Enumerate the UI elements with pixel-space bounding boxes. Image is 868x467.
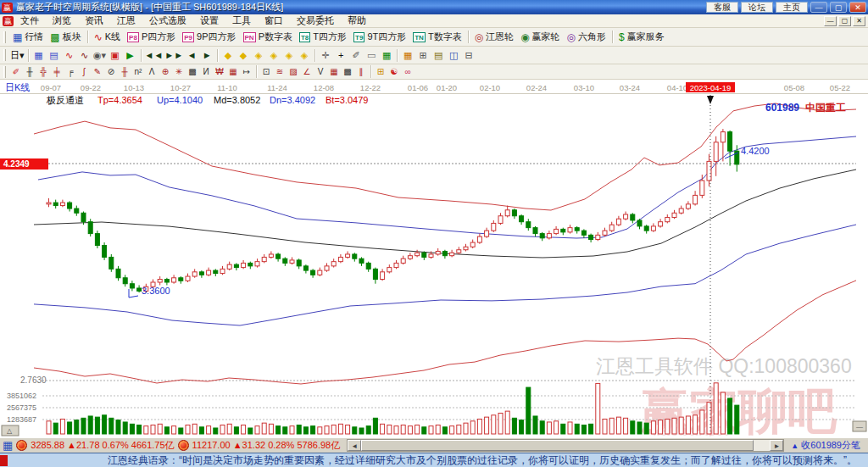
scrollbar-track[interactable] (361, 440, 770, 451)
circle-cycle-button[interactable]: ⊘ (104, 65, 118, 78)
close-button[interactable]: ✕ (849, 2, 866, 13)
shaded-box-button[interactable]: ▩ (186, 65, 199, 78)
toolbar-button-kline[interactable]: ∿K线 (91, 29, 124, 46)
wave-a-button[interactable]: Ʌ (145, 65, 159, 78)
toolbar-button-p-number-table[interactable]: PNP数字表 (240, 29, 296, 46)
scrollbar-thumb[interactable] (361, 440, 754, 451)
market-grid-icon[interactable]: ▦ (3, 440, 13, 451)
gann-circle-button[interactable]: ⊕ (159, 65, 172, 78)
calendar-tool-button[interactable]: ▦ (400, 48, 415, 63)
menu-资讯[interactable]: 资讯 (78, 14, 110, 27)
diamond-marker-3-button[interactable]: ◈ (251, 48, 266, 63)
prev-bar-button[interactable]: ◄ (184, 48, 199, 63)
menu-窗口[interactable]: 窗口 (258, 14, 290, 27)
pan-hand-button[interactable]: ✛ (318, 48, 333, 63)
toolbar-button-gann-wheel[interactable]: ◎江恩轮 (471, 29, 517, 46)
toolbar-button-t9-square[interactable]: T99T四方形 (350, 29, 409, 46)
menu-交易委托[interactable]: 交易委托 (290, 14, 341, 27)
scroll-left-button[interactable]: ◄ (348, 440, 361, 451)
customer-service-button[interactable]: 客服 (706, 2, 738, 13)
first-page-button[interactable]: ◄◄ (144, 48, 164, 63)
calculator-tool-button[interactable]: ⊞ (415, 48, 431, 63)
chart-h-scrollbar[interactable]: ◄ ► (347, 439, 784, 452)
minimize-button[interactable]: — (810, 2, 827, 13)
toolbar-button-p9-square[interactable]: P99P四方形 (179, 29, 239, 46)
box-select-button[interactable]: ⊡ (259, 65, 273, 78)
price-chart-svg[interactable]: 江恩工具软件 QQ:100800360赢家聊吧liaoba.vict09-070… (0, 80, 868, 437)
diamond-marker-4-button[interactable]: ◈ (266, 48, 281, 63)
trend-line-red-button[interactable]: ∿ (62, 48, 77, 63)
diamond-marker-6-button[interactable]: ◈ (297, 48, 312, 63)
extend-tool-button[interactable]: ↦ (240, 65, 253, 78)
chart-area[interactable]: 江恩工具软件 QQ:100800360赢家聊吧liaoba.vict09-070… (0, 80, 868, 437)
gann-grid-1-button[interactable]: ╫ (23, 65, 36, 78)
gann-box-button[interactable]: ╒ (64, 65, 77, 78)
period-day-dropdown-button[interactable]: 日▾ (9, 48, 25, 63)
mdi-restore-button[interactable]: ▢ (838, 16, 851, 26)
nine-grid-button[interactable]: ⊞ (374, 65, 387, 78)
taiji-button[interactable]: ☯ (387, 65, 401, 78)
export-tool-button[interactable]: ⊟ (461, 48, 476, 63)
hatch-box-button[interactable]: ▨ (287, 65, 300, 78)
menu-文件[interactable]: 文件 (14, 14, 46, 27)
pencil-tool-button[interactable]: ✐ (348, 48, 364, 63)
label-tool-button[interactable]: ▭ (364, 48, 379, 63)
abacus-tool-button[interactable]: ▦ (379, 48, 394, 63)
toolbar-button-hexagon[interactable]: ◎六角形 (564, 29, 609, 46)
angle-tool-button[interactable]: ∠ (300, 65, 314, 78)
spiral-tool-button[interactable]: ʃ (77, 65, 91, 78)
last-page-button[interactable]: ►► (164, 48, 184, 63)
infinity-button[interactable]: ∞ (401, 65, 415, 78)
table-dark-button[interactable]: ▩ (341, 65, 354, 78)
menu-帮助[interactable]: 帮助 (341, 14, 373, 27)
grid-measure-button[interactable]: ▦ (226, 65, 240, 78)
forum-button[interactable]: 论坛 (741, 2, 773, 13)
toolbar-button-p-square[interactable]: P8P四方形 (124, 29, 179, 46)
n-square-button[interactable]: n² (131, 65, 145, 78)
next-bar-button[interactable]: ► (199, 48, 214, 63)
tick-feed-link[interactable]: ▲ 收601989分笔 (791, 439, 865, 452)
draw-flag-button[interactable]: ▶ (123, 48, 138, 63)
crosshair-button[interactable]: + (333, 48, 348, 63)
diamond-marker-5-button[interactable]: ◈ (281, 48, 297, 63)
toolbar-button-t-number-table[interactable]: TNT数字表 (409, 29, 465, 46)
menu-公式选股[interactable]: 公式选股 (142, 14, 193, 27)
scroll-right-button[interactable]: ► (770, 440, 783, 451)
maximize-button[interactable]: ▢ (830, 2, 847, 13)
parallel-lines-button[interactable]: ∥ (354, 65, 368, 78)
shanghai-index-icon[interactable] (16, 440, 27, 451)
toolbar-button-quote-grid[interactable]: ▦行情 (9, 29, 47, 46)
diamond-marker-2-button[interactable]: ◆ (236, 48, 251, 63)
toolbar-button-winner-service[interactable]: $赢家服务 (615, 29, 668, 46)
w-wave-button[interactable]: ₩ (213, 65, 226, 78)
save-tool-button[interactable]: ◫ (446, 48, 461, 63)
menu-工具[interactable]: 工具 (225, 14, 258, 27)
n-wave-button[interactable]: И (199, 65, 213, 78)
mdi-close-button[interactable]: ✕ (853, 16, 865, 26)
kline-color-button[interactable]: ▣ (108, 48, 123, 63)
draw-pencil-button[interactable]: ✐ (9, 65, 23, 78)
shenzhen-index-icon[interactable] (178, 440, 189, 451)
menu-江恩[interactable]: 江恩 (110, 14, 142, 27)
toolbar-button-sector-blocks[interactable]: ▩板块 (47, 29, 84, 46)
check-wave-button[interactable]: V (314, 65, 327, 78)
info-panel-button[interactable]: ▤ (47, 48, 62, 63)
menu-设置[interactable]: 设置 (193, 14, 225, 27)
window-layout-button[interactable]: ▦ (31, 48, 47, 63)
time-ruler-button[interactable]: ╫ (118, 65, 131, 78)
gann-grid-3-button[interactable]: ╪ (50, 65, 64, 78)
angle-pen-button[interactable]: ✎ (91, 65, 104, 78)
mdi-minimize-button[interactable]: — (824, 16, 837, 26)
homepage-button[interactable]: 主页 (776, 2, 808, 13)
toolbar-button-t-square[interactable]: T8T四方形 (296, 29, 350, 46)
fan-lines-button[interactable]: ≋ (273, 65, 287, 78)
menu-浏览[interactable]: 浏览 (46, 14, 78, 27)
diamond-marker-1-button[interactable]: ◆ (220, 48, 236, 63)
toolbar-button-winner-wheel[interactable]: ◉赢家轮 (517, 29, 563, 46)
gann-grid-2-button[interactable]: ╬ (36, 65, 50, 78)
trend-line-dark-button[interactable]: ∿ (77, 48, 92, 63)
candle-style-dropdown-button[interactable]: ◉▾ (92, 48, 108, 63)
star-rays-button[interactable]: ✳ (172, 65, 186, 78)
table-red-button[interactable]: ▦ (327, 65, 341, 78)
notebook-tool-button[interactable]: ▤ (431, 48, 446, 63)
